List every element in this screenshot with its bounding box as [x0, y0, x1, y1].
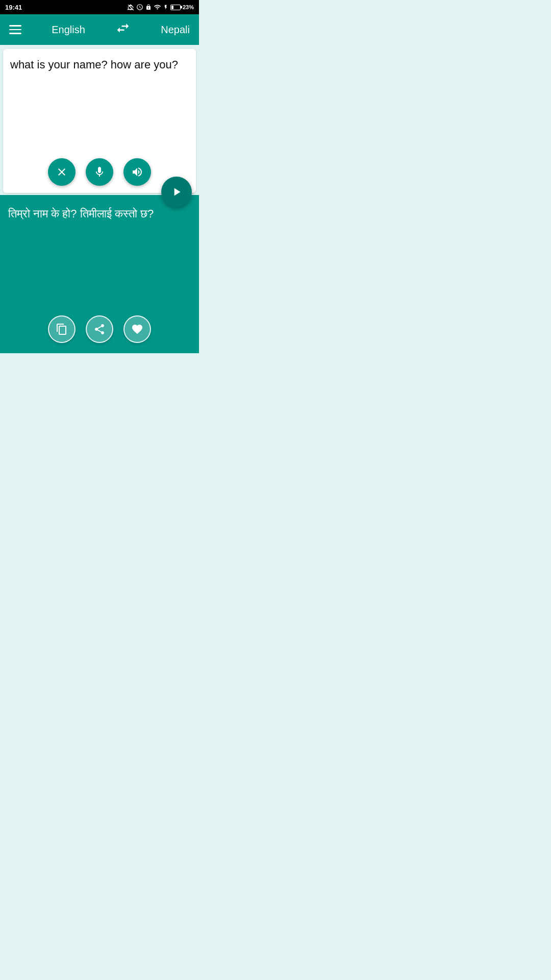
content: what is your name? how are you? तिम्रो न… [0, 45, 199, 353]
clear-button[interactable] [48, 158, 76, 186]
swap-icon [115, 20, 131, 36]
favorite-button[interactable] [123, 315, 151, 343]
copy-icon [56, 323, 68, 335]
output-controls [0, 310, 199, 353]
output-text: तिम्रो नाम के हो? तिमीलाई कस्तो छ? [0, 195, 199, 310]
menu-line-1 [9, 25, 21, 27]
output-section: तिम्रो नाम के हो? तिमीलाई कस्तो छ? [0, 195, 199, 353]
clear-icon [56, 166, 68, 178]
target-language[interactable]: Nepali [161, 24, 190, 36]
signal-icon [154, 4, 161, 11]
charging-icon [163, 4, 168, 11]
mic-icon [93, 166, 106, 178]
send-icon [170, 185, 183, 199]
share-icon [93, 323, 106, 335]
menu-line-3 [9, 33, 21, 34]
mic-button[interactable] [86, 158, 113, 186]
input-text[interactable]: what is your name? how are you? [3, 49, 196, 153]
volume-icon [131, 166, 143, 178]
battery-icon [170, 5, 181, 10]
swap-button[interactable] [115, 20, 131, 39]
heart-icon [131, 323, 143, 335]
header: English Nepali [0, 14, 199, 45]
menu-line-2 [9, 29, 21, 31]
status-bar: 19:41 23% [0, 0, 199, 14]
send-button[interactable] [161, 177, 192, 207]
alarm-icon [136, 4, 143, 11]
speak-button[interactable] [123, 158, 151, 186]
status-icons: 23% [127, 4, 194, 11]
copy-button[interactable] [48, 315, 76, 343]
share-button[interactable] [86, 315, 113, 343]
battery-level: 23% [183, 4, 194, 10]
input-section: what is your name? how are you? [3, 49, 196, 193]
status-time: 19:41 [5, 4, 22, 11]
bell-off-icon [127, 4, 134, 11]
lock-icon [145, 4, 152, 11]
menu-button[interactable] [9, 25, 21, 34]
source-language[interactable]: English [52, 24, 85, 36]
